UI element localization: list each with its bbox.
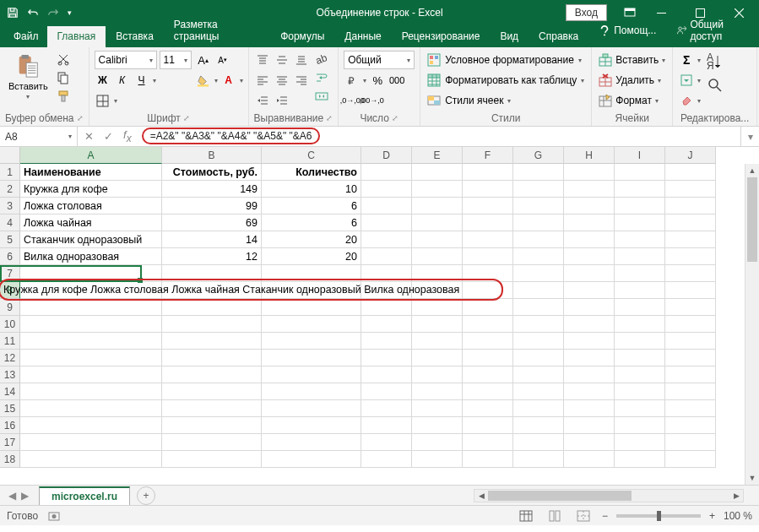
row-header[interactable]: 1 [0,164,20,181]
cell[interactable] [361,214,412,231]
cell[interactable] [665,299,716,316]
cell[interactable] [20,400,162,417]
formula-input[interactable]: =A2&" "&A3&" "&A4&" "&A5&" "&A6 [142,128,321,144]
cell[interactable]: 6 [262,214,361,231]
dialog-launcher-icon[interactable]: ⤢ [183,114,190,122]
worksheet-grid[interactable]: ABCDEFGHIJ 123456789101112131415161718 Н… [0,147,759,485]
tab-home[interactable]: Главная [47,26,106,47]
cell[interactable] [564,214,615,231]
cell[interactable] [513,299,564,316]
cell[interactable] [665,198,716,214]
align-bottom-button[interactable] [293,52,310,68]
underline-button[interactable]: Ч [133,72,150,89]
login-button[interactable]: Вход [566,4,607,21]
cell[interactable] [513,333,564,350]
cell[interactable] [412,181,463,198]
cell[interactable] [463,350,513,366]
cell[interactable]: 20 [262,231,361,248]
col-header[interactable]: H [564,147,615,164]
row-header[interactable]: 2 [0,181,20,198]
cell[interactable] [665,400,716,417]
cell[interactable]: Ложка столовая [20,198,162,214]
cell[interactable] [361,316,412,333]
cell[interactable] [513,214,564,231]
cell[interactable] [564,248,615,265]
align-middle-button[interactable] [274,52,290,68]
cell[interactable]: Наименование [20,164,162,181]
tab-formulas[interactable]: Формулы [270,26,334,47]
cell[interactable] [20,299,162,316]
row-header[interactable]: 18 [0,451,20,468]
vertical-scrollbar[interactable]: ▲ ▼ [745,164,759,485]
cell[interactable] [665,164,716,181]
cell[interactable] [20,383,162,400]
align-right-button[interactable] [293,72,310,89]
font-color-button[interactable]: A [220,72,237,89]
cell[interactable] [513,383,564,400]
cell[interactable] [665,366,716,383]
cell[interactable] [361,181,412,198]
border-button[interactable] [95,92,111,109]
expand-formula-icon[interactable]: ▾ [740,127,759,146]
cell[interactable] [463,299,513,316]
cell[interactable] [412,366,463,383]
align-left-button[interactable] [254,72,271,89]
cell[interactable] [564,231,615,248]
cell[interactable] [412,333,463,350]
row-header[interactable]: 10 [0,316,20,333]
row-header[interactable]: 13 [0,366,20,383]
cell[interactable] [361,299,412,316]
cell[interactable] [262,434,361,451]
autosum-button[interactable]: Σ [678,52,695,68]
cell[interactable]: Вилка одноразовая [20,248,162,265]
row-header[interactable]: 12 [0,350,20,366]
cell[interactable] [615,316,665,333]
cell[interactable] [564,350,615,366]
cell[interactable] [361,248,412,265]
cell[interactable] [162,434,262,451]
close-button[interactable] [720,1,757,24]
cell[interactable] [463,198,513,214]
accounting-button[interactable]: ₽ [344,72,361,89]
scrollbar-thumb[interactable] [488,491,632,501]
cell[interactable] [615,350,665,366]
number-format-combo[interactable]: Общий▾ [344,51,415,69]
format-cells-button[interactable]: Формат▾ [597,91,667,110]
cell[interactable] [162,265,262,282]
cancel-icon[interactable]: ✕ [84,130,94,143]
scroll-down-icon[interactable]: ▼ [745,471,759,485]
cell[interactable] [412,316,463,333]
scroll-right-icon[interactable]: ▶ [729,490,743,502]
align-top-button[interactable] [254,52,271,68]
cell[interactable] [162,451,262,468]
view-pagebreak-button[interactable] [573,508,594,524]
decrease-decimal-button[interactable]: ,00→,0 [363,92,380,109]
italic-button[interactable]: К [114,72,131,89]
merge-button[interactable] [313,88,330,105]
cell[interactable] [665,265,716,282]
cell[interactable] [615,383,665,400]
cell[interactable] [262,383,361,400]
cell[interactable] [615,231,665,248]
percent-button[interactable]: % [369,72,386,89]
cell[interactable] [262,400,361,417]
cell[interactable] [513,434,564,451]
cell[interactable] [361,333,412,350]
cell[interactable] [564,164,615,181]
cut-button[interactable] [55,51,72,68]
cell[interactable] [412,451,463,468]
delete-cells-button[interactable]: Удалить▾ [597,71,667,90]
cell[interactable] [463,164,513,181]
sheet-nav-prev-icon[interactable]: ◀ [8,490,16,502]
sheet-tab[interactable]: microexcel.ru [39,486,130,505]
cell[interactable] [564,333,615,350]
cell[interactable] [615,400,665,417]
cell[interactable] [20,333,162,350]
cell[interactable] [615,164,665,181]
cell[interactable] [162,350,262,366]
sort-filter-button[interactable]: АЯ [704,51,726,73]
cell[interactable] [361,417,412,434]
orientation-button[interactable]: ab [313,51,330,68]
cell[interactable] [615,181,665,198]
cell[interactable] [513,164,564,181]
